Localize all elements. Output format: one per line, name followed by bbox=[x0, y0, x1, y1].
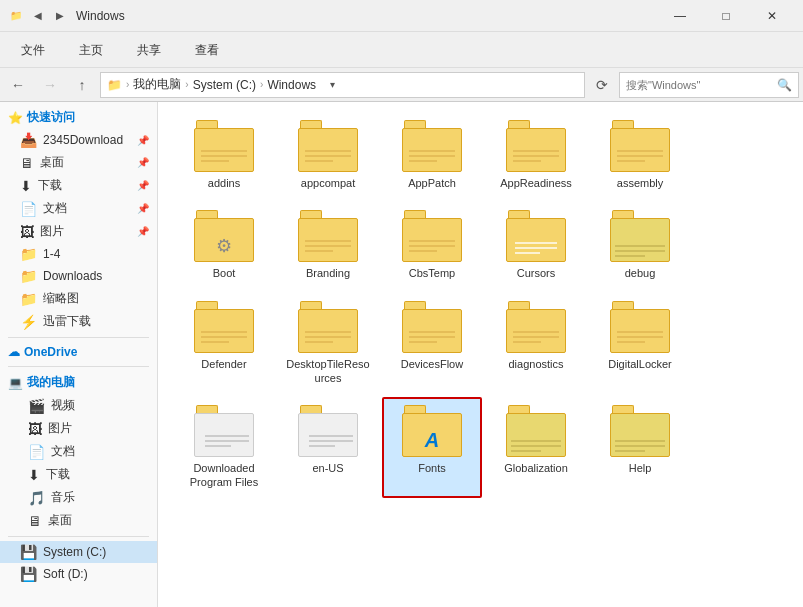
drive-icon: 💾 bbox=[20, 544, 37, 560]
sidebar-item-label: 迅雷下载 bbox=[43, 313, 91, 330]
folder-item[interactable]: Branding bbox=[278, 202, 378, 288]
sidebar-item-label: 缩略图 bbox=[43, 290, 79, 307]
sidebar-item-videos[interactable]: 🎬 视频 bbox=[0, 394, 157, 417]
mypc-section: 💻 我的电脑 🎬 视频 🖼 图片 📄 文档 ⬇ 下载 🎵 音乐 bbox=[0, 371, 157, 532]
folder-item[interactable]: DevicesFlow bbox=[382, 293, 482, 394]
sidebar-item-pc-pictures[interactable]: 🖼 图片 bbox=[0, 417, 157, 440]
tab-view[interactable]: 查看 bbox=[178, 37, 236, 63]
close-button[interactable]: ✕ bbox=[749, 0, 795, 32]
onedrive-label: OneDrive bbox=[24, 345, 77, 359]
tab-home[interactable]: 主页 bbox=[62, 37, 120, 63]
mypc-header[interactable]: 💻 我的电脑 bbox=[0, 371, 157, 394]
sidebar-item-pc-downloads[interactable]: ⬇ 下载 bbox=[0, 463, 157, 486]
path-mypc[interactable]: 我的电脑 bbox=[133, 76, 181, 93]
folder-item[interactable]: Cursors bbox=[486, 202, 586, 288]
content-area: addins appcompat bbox=[158, 102, 803, 607]
folder-item[interactable]: AppPatch bbox=[382, 112, 482, 198]
folder-item[interactable]: assembly bbox=[590, 112, 690, 198]
folder-icon bbox=[298, 405, 358, 457]
main-layout: ⭐ 快速访问 📥 2345Download 📌 🖥 桌面 📌 ⬇ 下载 📌 📄 … bbox=[0, 102, 803, 607]
folder-name: DigitalLocker bbox=[608, 357, 672, 371]
folder-name: DevicesFlow bbox=[401, 357, 463, 371]
sidebar-item-d-drive[interactable]: 💾 Soft (D:) bbox=[0, 563, 157, 585]
up-button[interactable]: ↑ bbox=[68, 71, 96, 99]
tab-file[interactable]: 文件 bbox=[4, 37, 62, 63]
sidebar-item-thunder[interactable]: ⚡ 迅雷下载 bbox=[0, 310, 157, 333]
sidebar-item-thumbnails[interactable]: 📁 缩略图 bbox=[0, 287, 157, 310]
folder-name: Boot bbox=[213, 266, 236, 280]
folder-name: addins bbox=[208, 176, 240, 190]
sidebar-item-label: 图片 bbox=[40, 223, 64, 240]
pin-icon: 📌 bbox=[137, 180, 149, 191]
folder-item[interactable]: DesktopTileResources bbox=[278, 293, 378, 394]
folder-item[interactable]: ⚙ Boot bbox=[174, 202, 274, 288]
folder-item[interactable]: appcompat bbox=[278, 112, 378, 198]
folder-item[interactable]: Downloaded Program Files bbox=[174, 397, 274, 498]
sidebar-item-pc-documents[interactable]: 📄 文档 bbox=[0, 440, 157, 463]
sidebar-item-pc-desktop[interactable]: 🖥 桌面 bbox=[0, 509, 157, 532]
folder-icon bbox=[194, 120, 254, 172]
quick-access-icon: ⭐ bbox=[8, 111, 23, 125]
folder-icon bbox=[506, 210, 566, 262]
folder-item[interactable]: AppReadiness bbox=[486, 112, 586, 198]
sidebar-item-label: System (C:) bbox=[43, 545, 106, 559]
address-bar: ← → ↑ 📁 › 我的电脑 › System (C:) › Windows ▾… bbox=[0, 68, 803, 102]
folder-item[interactable]: A Fonts bbox=[382, 397, 482, 498]
path-dropdown[interactable]: ▾ bbox=[320, 79, 344, 90]
maximize-button[interactable]: □ bbox=[703, 0, 749, 32]
pc-icon: 💻 bbox=[8, 376, 23, 390]
path-home-icon: 📁 bbox=[107, 78, 122, 92]
minimize-button[interactable]: — bbox=[657, 0, 703, 32]
folder-icon bbox=[610, 210, 670, 262]
folder-item[interactable]: Globalization bbox=[486, 397, 586, 498]
folder-icon: 📁 bbox=[20, 246, 37, 262]
search-box[interactable]: 🔍 bbox=[619, 72, 799, 98]
path-arrow-1: › bbox=[126, 79, 129, 90]
sidebar-item-label: 下载 bbox=[38, 177, 62, 194]
sidebar-item-pictures[interactable]: 🖼 图片 📌 bbox=[0, 220, 157, 243]
pin-icon: 📌 bbox=[137, 157, 149, 168]
tab-share[interactable]: 共享 bbox=[120, 37, 178, 63]
sidebar-item-1-4[interactable]: 📁 1-4 bbox=[0, 243, 157, 265]
folder-item[interactable]: Help bbox=[590, 397, 690, 498]
folder-item[interactable]: addins bbox=[174, 112, 274, 198]
folder-name: Cursors bbox=[517, 266, 556, 280]
sidebar-item-documents[interactable]: 📄 文档 📌 bbox=[0, 197, 157, 220]
refresh-button[interactable]: ⟳ bbox=[589, 72, 615, 98]
downloads-icon: ⬇ bbox=[28, 467, 40, 483]
sidebar-item-label: 2345Download bbox=[43, 133, 123, 147]
folder-icon bbox=[610, 120, 670, 172]
sidebar-item-downloads[interactable]: ⬇ 下载 📌 bbox=[0, 174, 157, 197]
forward-button[interactable]: → bbox=[36, 71, 64, 99]
folder-grid: addins appcompat bbox=[174, 112, 787, 498]
sidebar-item-label: 文档 bbox=[51, 443, 75, 460]
folder-item[interactable]: debug bbox=[590, 202, 690, 288]
search-input[interactable] bbox=[626, 79, 773, 91]
folder-item[interactable]: en-US bbox=[278, 397, 378, 498]
divider-2 bbox=[8, 366, 149, 367]
sidebar-item-c-drive[interactable]: 💾 System (C:) bbox=[0, 541, 157, 563]
pin-icon: 📌 bbox=[137, 135, 149, 146]
address-path[interactable]: 📁 › 我的电脑 › System (C:) › Windows ▾ bbox=[100, 72, 585, 98]
desktop-icon: 🖥 bbox=[28, 513, 42, 529]
quick-access-header[interactable]: ⭐ 快速访问 bbox=[0, 106, 157, 129]
folder-icon: 📁 bbox=[20, 291, 37, 307]
path-c-drive[interactable]: System (C:) bbox=[193, 78, 256, 92]
quick-access-icon: 📁 bbox=[8, 8, 24, 24]
music-icon: 🎵 bbox=[28, 490, 45, 506]
divider-1 bbox=[8, 337, 149, 338]
folder-item[interactable]: Defender bbox=[174, 293, 274, 394]
sidebar-item-downloads-folder[interactable]: 📁 Downloads bbox=[0, 265, 157, 287]
back-button[interactable]: ← bbox=[4, 71, 32, 99]
onedrive-header[interactable]: ☁ OneDrive bbox=[0, 342, 157, 362]
path-windows[interactable]: Windows bbox=[267, 78, 316, 92]
folder-item[interactable]: CbsTemp bbox=[382, 202, 482, 288]
toolbar: 文件 主页 共享 查看 bbox=[0, 32, 803, 68]
sidebar-item-2345download[interactable]: 📥 2345Download 📌 bbox=[0, 129, 157, 151]
desktop-icon: 🖥 bbox=[20, 155, 34, 171]
folder-item[interactable]: DigitalLocker bbox=[590, 293, 690, 394]
folder-name: DesktopTileResources bbox=[284, 357, 372, 386]
sidebar-item-desktop[interactable]: 🖥 桌面 📌 bbox=[0, 151, 157, 174]
sidebar-item-music[interactable]: 🎵 音乐 bbox=[0, 486, 157, 509]
folder-item[interactable]: diagnostics bbox=[486, 293, 586, 394]
